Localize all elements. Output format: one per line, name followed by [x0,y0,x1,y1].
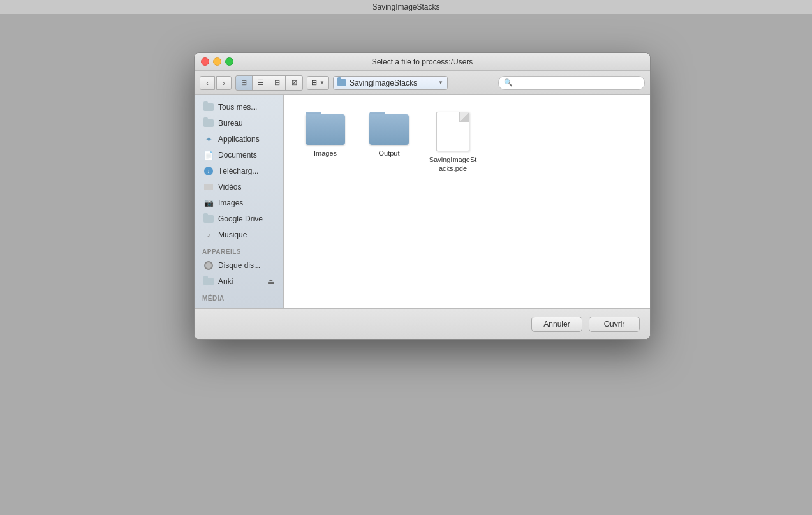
location-chevron-icon: ▼ [438,80,443,86]
sidebar-item-label: Disque dis... [218,261,260,270]
sidebar-item-label: Télécharg... [218,167,258,175]
sidebar-item-bureau[interactable]: Bureau [197,116,281,131]
file-icon-large [436,112,469,151]
file-item-images[interactable]: Images [297,108,354,177]
sidebar-item-disque[interactable]: Disque dis... [197,258,281,273]
forward-icon: › [223,79,225,87]
sidebar-item-anki[interactable]: Anki ⏏ [197,274,281,289]
doc-icon: 📄 [203,150,214,160]
images-icon: 📷 [203,198,214,208]
view-list-button[interactable]: ☰ [253,76,269,90]
view-icon-button[interactable]: ⊞ [236,76,253,90]
back-button[interactable]: ‹ [200,76,215,90]
sidebar-item-googledrive[interactable]: Google Drive [197,211,281,227]
sidebar-item-label: Tous mes... [218,103,257,112]
sidebar-item-label: Anki [218,277,233,286]
dropdown-grid-icon: ⊞ [311,78,317,87]
sidebar-item-tous[interactable]: Tous mes... [197,100,281,115]
minimize-button[interactable] [213,57,221,66]
file-label: Images [314,149,337,158]
sidebar-item-images[interactable]: 📷 Images [197,195,281,211]
cancel-button[interactable]: Annuler [531,317,582,332]
nav-buttons: ‹ › [200,76,232,90]
view-coverflow-button[interactable]: ⊠ [286,76,302,90]
list-icon: ☰ [258,78,264,87]
disk-icon [203,260,214,271]
sidebar: Tous mes... Bureau ✦ Applications 📄 Docu… [195,95,284,308]
maximize-button[interactable] [225,57,233,66]
file-area: Images Output SavingImageStacks.pde [284,95,650,308]
sidebar-item-label: Images [218,198,243,207]
sidebar-item-applications[interactable]: ✦ Applications [197,131,281,147]
folder-icon-large [369,112,409,145]
search-input[interactable] [515,78,639,87]
sidebar-item-label: Applications [218,135,260,144]
chevron-down-icon: ▼ [320,80,325,86]
eject-icon[interactable]: ⏏ [267,277,274,286]
search-box[interactable]: 🔍 [498,76,645,90]
forward-button[interactable]: › [216,76,232,90]
appareils-section-label: APPAREILS [195,243,283,257]
file-label: Output [378,149,399,158]
close-button[interactable] [201,57,209,66]
location-folder-icon [337,79,346,86]
dialog-title: Select a file to process:/Users [372,57,473,66]
coverflow-icon: ⊠ [292,78,297,87]
open-button[interactable]: Ouvrir [589,317,640,332]
apps-icon: ✦ [203,134,214,144]
video-icon [203,182,214,192]
sidebar-item-musique[interactable]: ♪ Musique [197,227,281,243]
bottom-bar: Annuler Ouvrir [195,308,650,339]
sidebar-item-label: Bureau [218,119,243,128]
screen-title: SavingImageStacks [372,3,439,11]
content-area: Tous mes... Bureau ✦ Applications 📄 Docu… [195,95,650,308]
columns-icon: ⊟ [274,78,280,87]
sidebar-item-telechargements[interactable]: ↓ Télécharg... [197,163,281,179]
file-item-savingimagestacks[interactable]: SavingImageStacks.pde [424,108,482,177]
sidebar-item-videos[interactable]: Vidéos [197,179,281,195]
back-icon: ‹ [206,79,209,87]
screen-titlebar: SavingImageStacks [0,0,812,14]
sidebar-item-label: Vidéos [218,183,241,191]
view-options-dropdown[interactable]: ⊞ ▼ [307,76,329,90]
sidebar-item-label: Documents [218,151,257,160]
sidebar-item-label: Musique [218,230,247,239]
media-section-label: MÉDIA [195,290,283,304]
folder-icon [203,214,214,224]
traffic-lights [201,57,233,66]
toolbar: ‹ › ⊞ ☰ ⊟ ⊠ ⊞ ▼ [195,71,650,95]
download-icon: ↓ [203,166,214,176]
folder-icon [203,102,214,112]
file-label: SavingImageStacks.pde [428,155,478,174]
location-label: SavingImageStacks [350,78,417,87]
dialog-window: Select a file to process:/Users ‹ › ⊞ ☰ … [194,52,651,340]
folder-icon [203,276,214,287]
file-item-output[interactable]: Output [360,108,418,177]
sidebar-item-documents[interactable]: 📄 Documents [197,147,281,163]
view-buttons: ⊞ ☰ ⊟ ⊠ [235,75,303,91]
sidebar-item-label: Google Drive [218,214,263,223]
location-dropdown[interactable]: SavingImageStacks ▼ [333,76,448,90]
music-icon: ♪ [203,230,214,240]
grid-icon: ⊞ [241,78,247,87]
search-icon: 🔍 [504,78,513,87]
folder-icon [203,118,214,128]
folder-icon-large [306,112,345,145]
view-columns-button[interactable]: ⊟ [269,76,286,90]
dialog-titlebar: Select a file to process:/Users [195,53,650,71]
